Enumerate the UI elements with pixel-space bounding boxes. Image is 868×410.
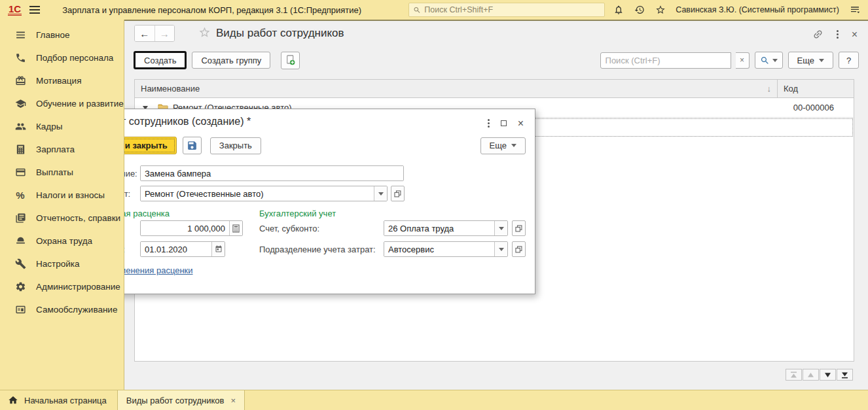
sidebar-item-administration[interactable]: Администрирование <box>0 275 124 298</box>
global-search-input[interactable] <box>424 5 600 14</box>
search-icon <box>760 56 770 65</box>
account-input[interactable] <box>384 221 494 235</box>
form-menu-kebab-icon[interactable] <box>837 29 839 40</box>
accounting-section-header: Бухгалтерский учет <box>259 209 336 218</box>
department-input[interactable] <box>384 242 494 256</box>
dialog-close-icon[interactable]: × <box>518 120 524 128</box>
back-button[interactable]: ← <box>135 26 155 41</box>
dialog-more-button[interactable]: Еще <box>480 137 526 154</box>
close-tab-icon[interactable]: × <box>230 396 236 405</box>
help-button[interactable]: ? <box>839 52 859 69</box>
wrench-icon <box>14 258 26 270</box>
sidebar-item-settings[interactable]: Настройка <box>0 252 124 275</box>
scroll-to-bottom-button[interactable] <box>837 369 853 381</box>
chevron-down-icon <box>511 144 516 147</box>
menu-icon <box>14 29 26 41</box>
percent-icon: % <box>14 190 26 201</box>
account-dropdown-button[interactable] <box>494 221 507 235</box>
advanced-search-button[interactable] <box>755 52 783 69</box>
rate-field <box>140 220 243 236</box>
clear-search-button[interactable]: × <box>736 52 750 69</box>
form-header-row: ← → Виды работ сотрудников × <box>124 21 868 46</box>
scroll-to-top-button[interactable] <box>786 369 802 381</box>
save-button[interactable] <box>183 137 202 154</box>
home-icon <box>8 395 18 405</box>
gear-icon <box>14 281 26 293</box>
more-button[interactable]: Еще <box>788 52 833 69</box>
group-open-button[interactable] <box>391 186 405 201</box>
copy-item-button[interactable] <box>281 52 300 69</box>
account-field <box>384 220 508 236</box>
credit-card-icon <box>14 167 26 179</box>
date-calendar-button[interactable] <box>211 242 225 256</box>
department-dropdown-button[interactable] <box>494 242 507 256</box>
main-menu-icon[interactable] <box>29 6 40 14</box>
get-link-icon[interactable] <box>812 29 823 40</box>
search-icon <box>413 6 421 14</box>
home-page-tab[interactable]: Начальная страница <box>0 390 117 410</box>
global-search[interactable] <box>408 3 605 17</box>
sidebar-item-taxes[interactable]: % Налоги и взносы <box>0 184 124 207</box>
rate-calculator-button[interactable] <box>229 221 242 235</box>
group-dropdown-button[interactable] <box>374 186 387 201</box>
add-to-favorites-star-icon[interactable] <box>198 26 211 41</box>
favorites-star-icon[interactable] <box>655 5 666 16</box>
create-group-button[interactable]: Создать группу <box>192 52 270 69</box>
calculator-icon <box>14 144 26 156</box>
floppy-disk-icon <box>187 140 198 151</box>
group-input[interactable] <box>141 186 374 201</box>
calculator-icon <box>232 224 240 233</box>
department-open-button[interactable] <box>512 241 526 257</box>
history-nav-buttons: ← → <box>134 25 175 42</box>
scroll-up-button[interactable] <box>803 369 819 381</box>
notifications-bell-icon[interactable] <box>613 5 624 16</box>
active-window-tab[interactable]: Виды работ сотрудников × <box>118 390 244 410</box>
page-title: Виды работ сотрудников <box>216 27 344 40</box>
chevron-down-icon <box>772 59 778 62</box>
sort-descending-icon: ↓ <box>767 84 772 94</box>
name-input[interactable] <box>141 166 403 180</box>
close-form-icon[interactable]: × <box>852 31 858 39</box>
current-user[interactable]: Савинская З.Ю. (Системный программист) <box>676 5 839 14</box>
rate-input[interactable] <box>141 221 229 235</box>
sidebar-item-training[interactable]: Обучение и развитие <box>0 92 124 115</box>
sections-sidebar: Главное Подбор персонала Мотивация Обуче… <box>0 20 124 390</box>
sidebar-item-recruiting[interactable]: Подбор персонала <box>0 46 124 69</box>
table-scroll-buttons <box>786 369 853 381</box>
sidebar-item-self-service[interactable]: Самообслуживание <box>0 298 124 321</box>
open-in-window-icon <box>515 225 522 232</box>
sidebar-item-salary[interactable]: Зарплата <box>0 138 124 161</box>
dialog-menu-kebab-icon[interactable] <box>488 118 490 129</box>
column-header-name[interactable]: Наименование ↓ <box>135 84 777 94</box>
copy-document-icon <box>285 54 297 66</box>
list-toolbar: Создать Создать группу × Еще ? <box>124 46 868 75</box>
sidebar-item-hr[interactable]: Кадры <box>0 115 124 138</box>
history-icon[interactable] <box>634 5 645 16</box>
maximize-icon[interactable] <box>501 120 507 126</box>
forward-button[interactable]: → <box>155 26 175 41</box>
list-search-input[interactable] <box>601 56 731 65</box>
gift-icon <box>14 75 26 87</box>
helmet-icon <box>14 235 26 247</box>
close-button[interactable]: Закрыть <box>210 137 261 154</box>
sidebar-item-labor-safety[interactable]: Охрана труда <box>0 230 124 252</box>
sidebar-item-motivation[interactable]: Мотивация <box>0 69 124 92</box>
date-input[interactable] <box>141 242 211 256</box>
id-card-icon <box>14 304 26 316</box>
1c-logo: 1С <box>8 5 22 16</box>
scroll-down-button[interactable] <box>820 369 836 381</box>
create-button[interactable]: Создать <box>134 51 187 69</box>
account-open-button[interactable] <box>512 220 526 236</box>
chevron-down-icon <box>499 227 504 230</box>
sidebar-item-reports[interactable]: Отчетность, справки <box>0 207 124 230</box>
open-in-window-icon <box>515 246 522 253</box>
service-menu-icon[interactable] <box>849 5 860 16</box>
open-windows-taskbar: Начальная страница Виды работ сотруднико… <box>0 390 868 410</box>
app-title: Зарплата и управление персоналом КОРП, р… <box>62 5 361 15</box>
sidebar-item-main[interactable]: Главное <box>0 24 124 46</box>
sidebar-item-payments[interactable]: Выплаты <box>0 161 124 184</box>
column-header-code[interactable]: Код <box>777 80 854 97</box>
chevron-down-icon <box>499 248 504 251</box>
date-field <box>140 241 225 257</box>
chevron-down-icon <box>378 192 384 196</box>
